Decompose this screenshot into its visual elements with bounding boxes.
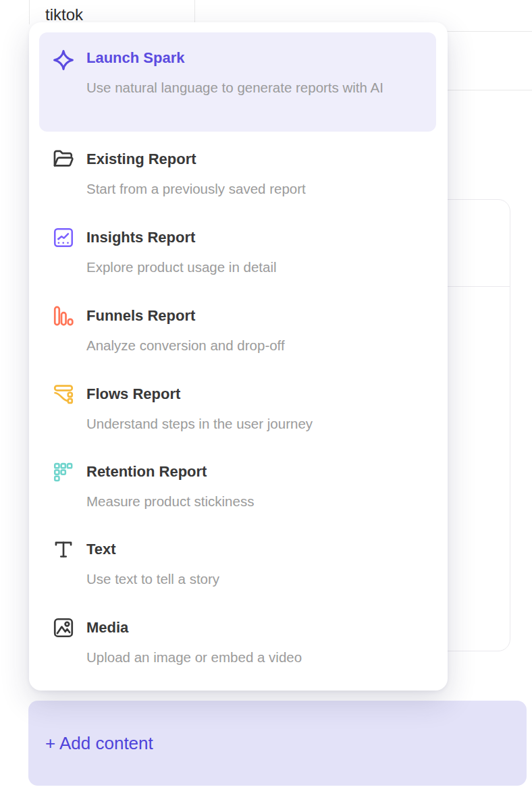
menu-item-title: Flows Report [86,385,313,404]
flows-icon [52,383,75,406]
menu-item-media[interactable]: Media Upload an image or embed a video [29,618,448,667]
menu-item-title: Text [86,540,219,559]
menu-item-description: Use text to tell a story [86,569,219,589]
add-content-label: + Add content [45,733,153,754]
menu-item-title: Media [86,618,302,637]
background-table-cell: tiktok [45,5,83,24]
screen: tiktok + Add content Launch Spark Use na… [0,0,532,810]
add-content-button[interactable]: + Add content [28,701,527,786]
menu-item-description: Analyze conversion and drop-off [86,335,285,355]
menu-item-launch-spark[interactable]: Launch Spark Use natural language to gen… [39,32,436,132]
retention-grid-icon [52,460,75,483]
media-image-icon [52,616,75,639]
menu-item-description: Upload an image or embed a video [86,647,302,667]
menu-item-funnels-report[interactable]: Funnels Report Analyze conversion and dr… [29,306,448,355]
menu-item-title: Existing Report [86,150,306,169]
menu-item-description: Use natural language to generate reports… [86,78,383,97]
menu-item-text[interactable]: Text Use text to tell a story [29,540,448,589]
menu-item-description: Measure product stickiness [86,491,254,511]
menu-item-description: Understand steps in the user journey [86,414,313,433]
spark-icon [52,49,75,72]
menu-item-description: Explore product usage in detail [86,257,277,277]
menu-item-title: Insights Report [86,228,277,247]
funnel-bars-icon [52,304,75,327]
menu-item-retention-report[interactable]: Retention Report Measure product stickin… [29,462,448,511]
menu-item-title: Retention Report [86,462,254,481]
menu-item-description: Start from a previously saved report [86,179,306,198]
background-table-column-border [29,0,30,24]
text-icon [52,538,75,561]
menu-item-title: Funnels Report [86,306,285,325]
menu-item-flows-report[interactable]: Flows Report Understand steps in the use… [29,385,448,433]
insights-chart-icon [52,226,75,249]
add-content-menu: Launch Spark Use natural language to gen… [29,22,448,691]
folder-open-icon [52,148,75,171]
menu-item-existing-report[interactable]: Existing Report Start from a previously … [29,150,448,198]
menu-item-title: Launch Spark [86,49,383,68]
menu-item-insights-report[interactable]: Insights Report Explore product usage in… [29,228,448,277]
